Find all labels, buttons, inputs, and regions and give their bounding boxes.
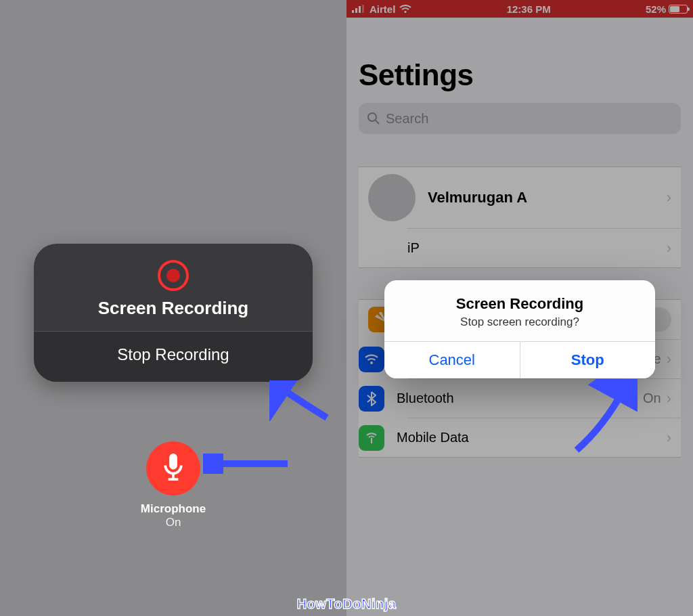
- microphone-icon: [161, 454, 185, 483]
- stop-recording-alert: Screen Recording Stop screen recording? …: [384, 280, 655, 378]
- alert-message: Stop screen recording?: [398, 315, 642, 329]
- microphone-state: On: [0, 516, 346, 529]
- record-icon: [158, 260, 189, 291]
- microphone-label: Microphone: [0, 502, 346, 516]
- alert-title: Screen Recording: [398, 295, 642, 313]
- annotation-arrow: [563, 379, 638, 454]
- annotation-arrow: [203, 454, 291, 474]
- svg-rect-0: [169, 454, 177, 469]
- watermark: HowToDoNinja: [297, 596, 397, 612]
- screen-recording-header: Screen Recording: [34, 244, 313, 331]
- control-center-panel: Screen Recording Stop Recording Micropho…: [0, 0, 346, 616]
- stop-button[interactable]: Stop: [520, 342, 656, 378]
- microphone-toggle-button[interactable]: [146, 441, 200, 496]
- stop-recording-button[interactable]: Stop Recording: [34, 332, 313, 382]
- microphone-labels: Microphone On: [0, 502, 346, 529]
- settings-panel: Airtel 12:36 PM 52% Settings Search: [346, 0, 693, 616]
- screen-recording-title: Screen Recording: [41, 298, 306, 319]
- cancel-button[interactable]: Cancel: [384, 342, 520, 378]
- annotation-arrow: [269, 380, 330, 421]
- screen-recording-card: Screen Recording Stop Recording: [34, 244, 313, 382]
